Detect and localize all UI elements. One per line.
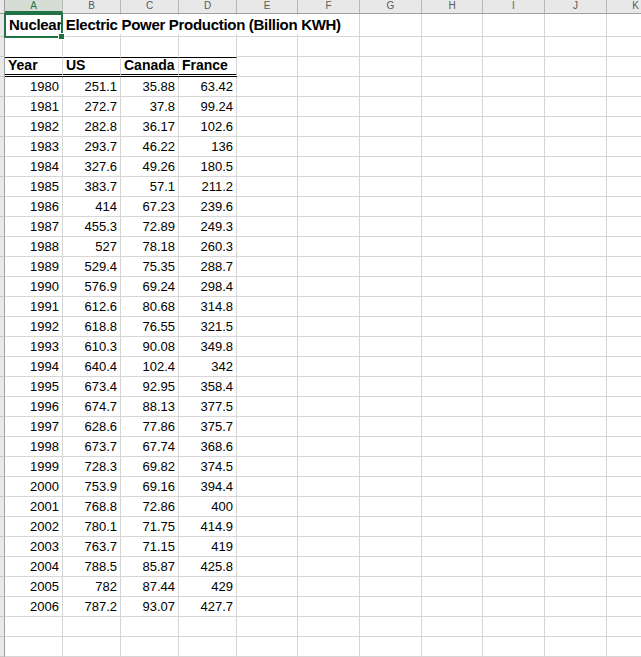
cell-J13[interactable] (545, 257, 607, 277)
cell-J24[interactable] (545, 477, 607, 497)
column-header-E[interactable]: E (237, 0, 298, 13)
cell-B10[interactable]: 414 (63, 197, 121, 217)
cell-G7[interactable] (360, 137, 422, 157)
cell-K19[interactable] (607, 377, 641, 397)
cell-H9[interactable] (422, 177, 483, 197)
cell-H18[interactable] (422, 357, 483, 377)
cell-C6[interactable]: 36.17 (121, 117, 179, 137)
cell-E15[interactable] (237, 297, 298, 317)
cell-I2[interactable] (483, 37, 545, 57)
cell-I17[interactable] (483, 337, 545, 357)
cell-I19[interactable] (483, 377, 545, 397)
cell-F19[interactable] (298, 377, 360, 397)
cell-H3[interactable] (422, 57, 483, 77)
cell-A19[interactable]: 1995 (5, 377, 63, 397)
cell-H19[interactable] (422, 377, 483, 397)
cell-F17[interactable] (298, 337, 360, 357)
cell-J29[interactable] (545, 577, 607, 597)
cell-H22[interactable] (422, 437, 483, 457)
cell-A3[interactable]: Year (5, 57, 63, 77)
column-header-H[interactable]: H (422, 0, 483, 13)
cell-C4[interactable]: 35.88 (121, 77, 179, 97)
cell-B23[interactable]: 728.3 (63, 457, 121, 477)
cell-F2[interactable] (298, 37, 360, 57)
cell-H1[interactable] (422, 14, 483, 37)
cell-A5[interactable]: 1981 (5, 97, 63, 117)
cell-G14[interactable] (360, 277, 422, 297)
cell-C19[interactable]: 92.95 (121, 377, 179, 397)
cell-H21[interactable] (422, 417, 483, 437)
cell-B16[interactable]: 618.8 (63, 317, 121, 337)
cell-B6[interactable]: 282.8 (63, 117, 121, 137)
cell-H26[interactable] (422, 517, 483, 537)
cell-C26[interactable]: 71.75 (121, 517, 179, 537)
cell-F9[interactable] (298, 177, 360, 197)
cell-C11[interactable]: 72.89 (121, 217, 179, 237)
cell-K8[interactable] (607, 157, 641, 177)
cell-A16[interactable]: 1992 (5, 317, 63, 337)
cell-H14[interactable] (422, 277, 483, 297)
cell-C22[interactable]: 67.74 (121, 437, 179, 457)
cell-E23[interactable] (237, 457, 298, 477)
cell-G12[interactable] (360, 237, 422, 257)
cell-E3[interactable] (237, 57, 298, 77)
cell-K30[interactable] (607, 597, 641, 617)
cell-K21[interactable] (607, 417, 641, 437)
cell-H16[interactable] (422, 317, 483, 337)
cell-B14[interactable]: 576.9 (63, 277, 121, 297)
cell-C8[interactable]: 49.26 (121, 157, 179, 177)
cell-D31[interactable] (179, 617, 237, 637)
cell-F14[interactable] (298, 277, 360, 297)
cell-F16[interactable] (298, 317, 360, 337)
cell-F25[interactable] (298, 497, 360, 517)
cell-K12[interactable] (607, 237, 641, 257)
cell-H12[interactable] (422, 237, 483, 257)
cell-G3[interactable] (360, 57, 422, 77)
cell-B27[interactable]: 763.7 (63, 537, 121, 557)
cell-H29[interactable] (422, 577, 483, 597)
cell-G22[interactable] (360, 437, 422, 457)
cell-F24[interactable] (298, 477, 360, 497)
cell-I29[interactable] (483, 577, 545, 597)
cell-H11[interactable] (422, 217, 483, 237)
cell-A26[interactable]: 2002 (5, 517, 63, 537)
cell-I22[interactable] (483, 437, 545, 457)
cell-I24[interactable] (483, 477, 545, 497)
cell-G8[interactable] (360, 157, 422, 177)
cell-B12[interactable]: 527 (63, 237, 121, 257)
cell-C10[interactable]: 67.23 (121, 197, 179, 217)
cell-E31[interactable] (237, 617, 298, 637)
cell-E28[interactable] (237, 557, 298, 577)
cell-H2[interactable] (422, 37, 483, 57)
cell-A11[interactable]: 1987 (5, 217, 63, 237)
cell-K15[interactable] (607, 297, 641, 317)
cell-B2[interactable] (63, 37, 121, 57)
cell-F29[interactable] (298, 577, 360, 597)
cell-H7[interactable] (422, 137, 483, 157)
cell-H32[interactable] (422, 637, 483, 657)
cell-H13[interactable] (422, 257, 483, 277)
cell-F32[interactable] (298, 637, 360, 657)
cell-A23[interactable]: 1999 (5, 457, 63, 477)
cell-D15[interactable]: 314.8 (179, 297, 237, 317)
cell-I20[interactable] (483, 397, 545, 417)
cell-B19[interactable]: 673.4 (63, 377, 121, 397)
cell-G17[interactable] (360, 337, 422, 357)
cell-C24[interactable]: 69.16 (121, 477, 179, 497)
cell-I5[interactable] (483, 97, 545, 117)
cell-J19[interactable] (545, 377, 607, 397)
cell-C14[interactable]: 69.24 (121, 277, 179, 297)
cell-H4[interactable] (422, 77, 483, 97)
cell-I3[interactable] (483, 57, 545, 77)
cell-D32[interactable] (179, 637, 237, 657)
cell-C30[interactable]: 93.07 (121, 597, 179, 617)
cell-K18[interactable] (607, 357, 641, 377)
cell-C5[interactable]: 37.8 (121, 97, 179, 117)
cell-G11[interactable] (360, 217, 422, 237)
cell-D7[interactable]: 136 (179, 137, 237, 157)
cell-A31[interactable] (5, 617, 63, 637)
cell-K2[interactable] (607, 37, 641, 57)
column-header-K[interactable]: K (607, 0, 641, 13)
cell-C18[interactable]: 102.4 (121, 357, 179, 377)
cell-H24[interactable] (422, 477, 483, 497)
